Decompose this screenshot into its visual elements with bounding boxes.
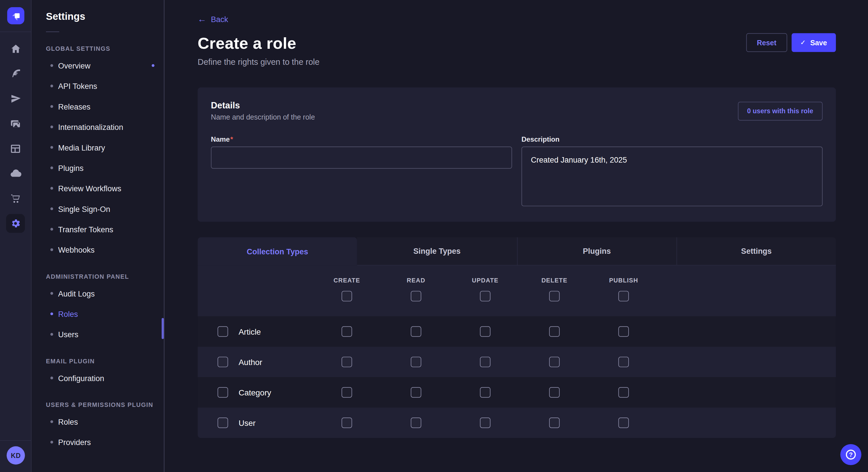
checkbox-author-delete[interactable] xyxy=(549,357,560,367)
checkbox-author-update[interactable] xyxy=(480,357,491,367)
pictures-icon[interactable] xyxy=(3,111,28,136)
tab-collection-types[interactable]: Collection Types xyxy=(197,237,357,265)
table-row-article: Article xyxy=(197,316,836,347)
checkbox-article-update[interactable] xyxy=(480,326,491,337)
sidebar-item-plugins[interactable]: Plugins xyxy=(32,158,164,178)
sidebar-item-audit-logs[interactable]: Audit Logs xyxy=(32,283,164,303)
back-label: Back xyxy=(211,15,228,24)
checkbox-user-delete[interactable] xyxy=(549,417,560,428)
sidebar-item-label: Releases xyxy=(58,102,90,111)
checkbox-row-category[interactable] xyxy=(218,387,228,398)
feather-icon[interactable] xyxy=(3,61,28,86)
strapi-logo[interactable] xyxy=(7,7,24,24)
checkbox-category-read[interactable] xyxy=(411,387,422,398)
sidebar-item-releases[interactable]: Releases xyxy=(32,96,164,117)
section-label: GLOBAL SETTINGS xyxy=(46,45,164,52)
help-button[interactable]: ? xyxy=(840,444,861,465)
description-field-group: Description Created January 16th, 2025 xyxy=(522,135,823,208)
bullet-icon xyxy=(50,187,53,190)
bullet-icon xyxy=(50,376,53,379)
checkbox-user-create[interactable] xyxy=(342,417,352,428)
sidebar-item-media-library[interactable]: Media Library xyxy=(32,137,164,158)
sidebar-item-single-sign-on[interactable]: Single Sign-On xyxy=(32,198,164,219)
checkbox-author-create[interactable] xyxy=(342,357,352,367)
bullet-icon xyxy=(50,228,53,231)
checkbox-row-author[interactable] xyxy=(218,357,228,367)
name-input[interactable] xyxy=(211,146,512,169)
permissions-tabs: Collection Types Single Types Plugins Se… xyxy=(197,237,836,265)
settings-sidebar-title: Settings xyxy=(46,11,164,23)
save-button[interactable]: ✓ Save xyxy=(792,33,836,52)
checkbox-all-update[interactable] xyxy=(480,291,491,301)
sidebar-item-webhooks[interactable]: Webhooks xyxy=(32,239,164,260)
settings-title-divider xyxy=(46,32,59,32)
checkbox-row-article[interactable] xyxy=(218,326,228,337)
checkbox-category-create[interactable] xyxy=(342,387,352,398)
sidebar-item-transfer-tokens[interactable]: Transfer Tokens xyxy=(32,219,164,239)
tab-plugins[interactable]: Plugins xyxy=(517,237,676,265)
gear-icon[interactable] xyxy=(3,211,28,236)
checkbox-all-delete[interactable] xyxy=(549,291,560,301)
sidebar-scrollbar-thumb[interactable] xyxy=(162,318,164,339)
tab-settings[interactable]: Settings xyxy=(676,237,836,265)
sidebar-item-roles-up[interactable]: Roles xyxy=(32,411,164,432)
checkbox-category-update[interactable] xyxy=(480,387,491,398)
user-avatar[interactable]: KD xyxy=(7,446,25,465)
check-icon: ✓ xyxy=(800,39,806,46)
sidebar-item-api-tokens[interactable]: API Tokens xyxy=(32,76,164,96)
checkbox-category-delete[interactable] xyxy=(549,387,560,398)
home-icon[interactable] xyxy=(3,36,28,61)
sidebar-item-providers[interactable]: Providers xyxy=(32,432,164,452)
sidebar-item-overview[interactable]: Overview xyxy=(32,55,164,76)
checkbox-user-publish[interactable] xyxy=(618,417,629,428)
bullet-icon xyxy=(50,146,53,149)
sidebar-item-internationalization[interactable]: Internationalization xyxy=(32,117,164,137)
paper-plane-icon[interactable] xyxy=(3,86,28,111)
checkbox-all-read[interactable] xyxy=(411,291,422,301)
checkbox-article-read[interactable] xyxy=(411,326,422,337)
checkbox-all-create[interactable] xyxy=(342,291,352,301)
description-label-text: Description xyxy=(522,135,560,143)
checkbox-user-update[interactable] xyxy=(480,417,491,428)
checkbox-author-publish[interactable] xyxy=(618,357,629,367)
sidebar-item-label: Internationalization xyxy=(58,123,123,131)
layout-icon[interactable] xyxy=(3,136,28,161)
sidebar-item-review-workflows[interactable]: Review Workflows xyxy=(32,178,164,198)
required-asterisk: * xyxy=(230,135,233,143)
checkbox-author-read[interactable] xyxy=(411,357,422,367)
users-with-role-button[interactable]: 0 users with this role xyxy=(738,102,823,121)
table-row-category: Category xyxy=(197,377,836,407)
checkbox-row-user[interactable] xyxy=(218,417,228,428)
details-card: Details Name and description of the role… xyxy=(197,88,836,222)
checkbox-article-delete[interactable] xyxy=(549,326,560,337)
notification-dot-icon xyxy=(152,64,154,67)
sidebar-item-label: Roles xyxy=(58,309,78,318)
checkbox-article-publish[interactable] xyxy=(618,326,629,337)
section-email-plugin: EMAIL PLUGIN Configuration xyxy=(32,358,164,388)
sidebar-item-users[interactable]: Users xyxy=(32,324,164,344)
sidebar-item-configuration[interactable]: Configuration xyxy=(32,368,164,388)
reset-button[interactable]: Reset xyxy=(746,33,787,52)
sidebar-item-label: API Tokens xyxy=(58,81,97,90)
column-header-delete: DELETE xyxy=(541,277,567,283)
bullet-icon xyxy=(50,248,53,251)
column-header-update: UPDATE xyxy=(472,277,499,283)
bullet-icon xyxy=(50,420,53,423)
checkbox-user-read[interactable] xyxy=(411,417,422,428)
back-link[interactable]: ← Back xyxy=(197,15,228,24)
sidebar-item-roles-admin[interactable]: Roles xyxy=(32,304,164,324)
cloud-icon[interactable] xyxy=(3,161,28,186)
row-label: Author xyxy=(239,358,262,367)
row-label: Article xyxy=(239,327,261,336)
checkbox-article-create[interactable] xyxy=(342,326,352,337)
description-textarea[interactable]: Created January 16th, 2025 xyxy=(522,146,823,206)
sidebar-item-label: Media Library xyxy=(58,143,105,152)
strapi-logo-glyph xyxy=(10,10,22,22)
checkbox-category-publish[interactable] xyxy=(618,387,629,398)
page-subtitle: Define the rights given to the role xyxy=(197,57,836,67)
tab-single-types[interactable]: Single Types xyxy=(357,237,517,265)
cart-icon[interactable] xyxy=(3,186,28,211)
main-content: ← Back Create a role Define the rights g… xyxy=(164,0,868,472)
checkbox-all-publish[interactable] xyxy=(618,291,629,301)
name-field-label: Name* xyxy=(211,135,512,143)
